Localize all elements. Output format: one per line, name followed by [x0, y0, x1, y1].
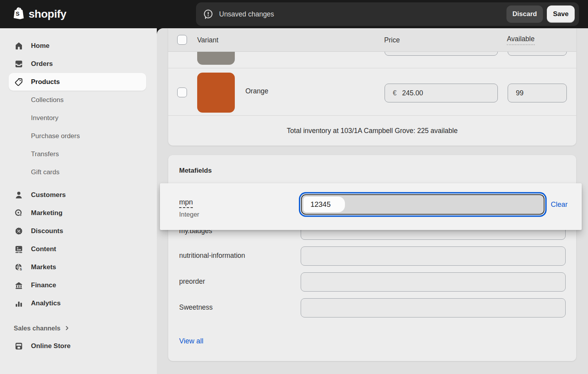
metafield-input-nutritional-information[interactable] — [301, 246, 566, 266]
sidebar-item-label: Discounts — [31, 227, 63, 235]
finance-icon — [14, 281, 24, 290]
sidebar-item-label: Home — [31, 42, 49, 50]
metafields-title: Metafields — [179, 167, 212, 175]
price-value: 245.00 — [402, 89, 423, 97]
row-divider — [168, 68, 576, 68]
unsaved-changes-bar: Unsaved changes Discard Save — [196, 2, 579, 26]
sidebar-item-orders[interactable]: Orders — [0, 55, 157, 73]
mpn-value: 12345 — [302, 200, 330, 209]
select-all-checkbox[interactable] — [177, 35, 187, 45]
sidebar-item-online-store[interactable]: Online Store — [0, 337, 157, 355]
metafield-label-mpn[interactable]: mpn — [179, 198, 193, 208]
available-column-header[interactable]: Available — [507, 35, 535, 45]
metafield-label-sweetness: Sweetness — [179, 303, 213, 312]
products-tag-icon — [14, 77, 24, 87]
sales-channels-header[interactable]: Sales channels — [0, 319, 157, 337]
svg-text:S: S — [16, 11, 20, 17]
view-all-link[interactable]: View all — [179, 337, 203, 345]
sidebar-item-customers[interactable]: Customers — [0, 186, 157, 204]
currency-symbol: € — [393, 89, 397, 97]
svg-text:$: $ — [20, 267, 22, 271]
price-input[interactable]: € 245.00 — [385, 84, 498, 102]
metafield-input-preorder[interactable] — [301, 272, 566, 292]
analytics-icon — [14, 299, 24, 308]
chevron-right-icon — [64, 325, 70, 331]
sidebar-item-discounts[interactable]: Discounts — [0, 222, 157, 240]
markets-icon: $ — [14, 263, 24, 272]
sidebar-item-purchase-orders[interactable]: Purchase orders — [0, 127, 157, 145]
sidebar-item-analytics[interactable]: Analytics — [0, 294, 157, 312]
sidebar-item-label: Inventory — [31, 114, 58, 122]
sidebar-item-markets[interactable]: $ Markets — [0, 258, 157, 276]
sidebar-item-label: Purchase orders — [31, 132, 80, 140]
shopify-bag-icon: S — [12, 7, 25, 22]
metafield-input-sweetness[interactable] — [301, 298, 566, 317]
metafield-type-label: Integer — [179, 211, 199, 218]
marketing-icon — [14, 208, 24, 218]
sidebar-item-home[interactable]: Home — [0, 37, 157, 55]
sidebar-item-gift-cards[interactable]: Gift cards — [0, 163, 157, 181]
alert-icon — [203, 9, 214, 20]
variant-column-header: Variant — [197, 28, 218, 52]
main-content: Variant Price Available Orange € 245.00 … — [157, 28, 588, 374]
variants-table-header: Variant Price Available — [168, 28, 576, 52]
sidebar-item-content[interactable]: Content — [0, 240, 157, 258]
sidebar-item-label: Online Store — [31, 342, 71, 350]
metafield-label-nutritional-information: nutritional-information — [179, 252, 245, 260]
variant-name: Orange — [245, 87, 268, 95]
sidebar-item-transfers[interactable]: Transfers — [0, 145, 157, 163]
content-icon — [14, 244, 24, 254]
sidebar-item-label: Transfers — [31, 150, 59, 158]
sidebar-item-label: Marketing — [31, 209, 62, 217]
sidebar-item-label: Collections — [31, 96, 64, 104]
sidebar-item-inventory[interactable]: Inventory — [0, 109, 157, 127]
sidebar-item-finance[interactable]: Finance — [0, 276, 157, 294]
sidebar-item-collections[interactable]: Collections — [0, 91, 157, 109]
sidebar-item-label: Markets — [31, 263, 56, 271]
sidebar-item-products[interactable]: Products — [9, 73, 146, 91]
variant-row-checkbox[interactable] — [177, 88, 187, 97]
clear-link[interactable]: Clear — [551, 201, 568, 209]
online-store-icon — [14, 341, 24, 351]
topbar: S shopify Unsaved changes Discard Save — [0, 0, 588, 28]
mpn-metafield-spotlight-row: mpn Integer 12345 Clear — [160, 183, 582, 230]
shopify-wordmark: shopify — [29, 8, 66, 20]
orders-icon — [14, 59, 24, 69]
home-icon — [14, 41, 24, 51]
total-inventory-row: Total inventory at 103/1A Campbell Grove… — [168, 116, 576, 146]
variant-swatch-orange[interactable] — [197, 73, 235, 113]
row-divider — [168, 115, 576, 116]
sidebar-item-label: Gift cards — [31, 168, 60, 176]
save-button[interactable]: Save — [547, 5, 575, 23]
sidebar-item-label: Content — [31, 245, 56, 253]
sidebar-item-label: Analytics — [31, 299, 61, 307]
discounts-icon — [14, 226, 24, 236]
shopify-logo[interactable]: S shopify — [12, 7, 66, 22]
mpn-input[interactable]: 12345 — [301, 194, 544, 215]
sidebar-item-label: Customers — [31, 191, 66, 199]
available-value: 99 — [516, 89, 523, 97]
metafield-label-preorder: preorder — [179, 277, 205, 286]
status-message: Unsaved changes — [219, 10, 274, 18]
sales-channels-label: Sales channels — [14, 325, 60, 332]
sidebar-item-label: Orders — [31, 60, 53, 68]
customers-icon — [14, 190, 24, 200]
sidebar-item-marketing[interactable]: Marketing — [0, 204, 157, 222]
available-input[interactable]: 99 — [508, 84, 567, 102]
discard-button[interactable]: Discard — [506, 5, 543, 23]
variants-card: Variant Price Available Orange € 245.00 … — [168, 28, 576, 146]
price-column-header: Price — [384, 28, 400, 52]
sidebar: Home Orders Products Collections Invento… — [0, 28, 157, 374]
total-inventory-text: Total inventory at 103/1A Campbell Grove… — [287, 127, 458, 135]
sidebar-item-label: Products — [31, 78, 60, 86]
sidebar-item-label: Finance — [31, 281, 56, 289]
